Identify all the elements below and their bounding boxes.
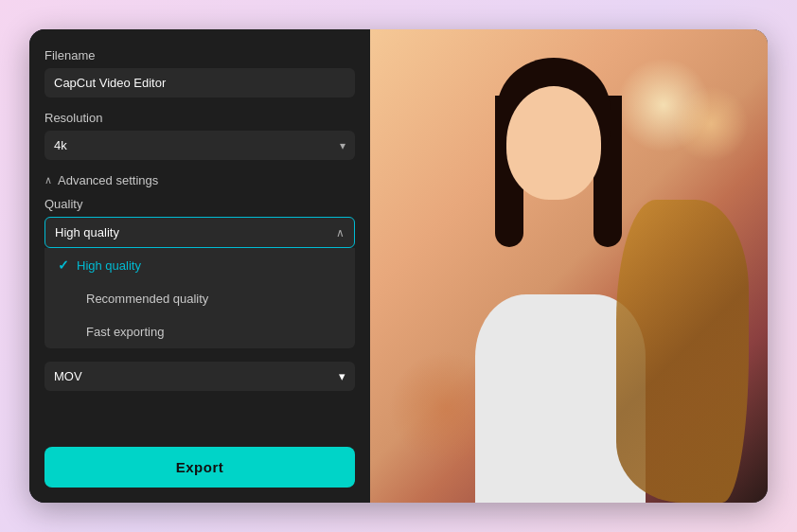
export-button[interactable]: Export bbox=[44, 447, 355, 488]
quality-dropdown-menu: ✓ High quality Recommended quality Fast … bbox=[44, 248, 355, 348]
resolution-label: Resolution bbox=[44, 111, 355, 125]
face-oval bbox=[506, 86, 601, 200]
filename-label: Filename bbox=[44, 48, 355, 62]
person-face-area bbox=[478, 48, 629, 238]
resolution-chevron-icon: ▾ bbox=[340, 139, 345, 152]
quality-option-high-label: High quality bbox=[77, 258, 141, 273]
advanced-settings-label: Advanced settings bbox=[58, 173, 158, 187]
format-chevron-icon: ▾ bbox=[339, 369, 345, 383]
left-panel: Filename Resolution 4k ▾ ∧ Advanced sett… bbox=[29, 29, 370, 503]
main-card: Filename Resolution 4k ▾ ∧ Advanced sett… bbox=[29, 29, 768, 503]
quality-chevron-up-icon: ∧ bbox=[336, 226, 345, 239]
advanced-settings-toggle[interactable]: ∧ Advanced settings bbox=[44, 173, 355, 187]
right-panel bbox=[370, 29, 768, 503]
quality-option-recommended-label: Recommended quality bbox=[86, 292, 208, 306]
guitar bbox=[616, 200, 749, 503]
format-dropdown[interactable]: MOV ▾ bbox=[44, 362, 355, 391]
resolution-dropdown[interactable]: 4k ▾ bbox=[44, 131, 355, 160]
quality-dropdown-trigger[interactable]: High quality ∧ bbox=[44, 217, 355, 248]
advanced-caret-icon: ∧ bbox=[44, 174, 52, 186]
checkmark-icon: ✓ bbox=[58, 257, 69, 273]
filename-input[interactable] bbox=[44, 68, 355, 98]
quality-option-fast[interactable]: Fast exporting bbox=[44, 315, 355, 348]
light-blob-2 bbox=[673, 86, 749, 162]
format-value: MOV bbox=[54, 369, 82, 383]
quality-option-fast-label: Fast exporting bbox=[86, 325, 164, 339]
quality-option-recommended[interactable]: Recommended quality bbox=[44, 282, 355, 315]
quality-dropdown-container: High quality ∧ ✓ High quality Recommende… bbox=[44, 217, 355, 348]
quality-label: Quality bbox=[44, 197, 355, 211]
quality-selected-value: High quality bbox=[55, 225, 119, 239]
quality-option-high[interactable]: ✓ High quality bbox=[44, 248, 355, 282]
resolution-value: 4k bbox=[54, 138, 67, 152]
